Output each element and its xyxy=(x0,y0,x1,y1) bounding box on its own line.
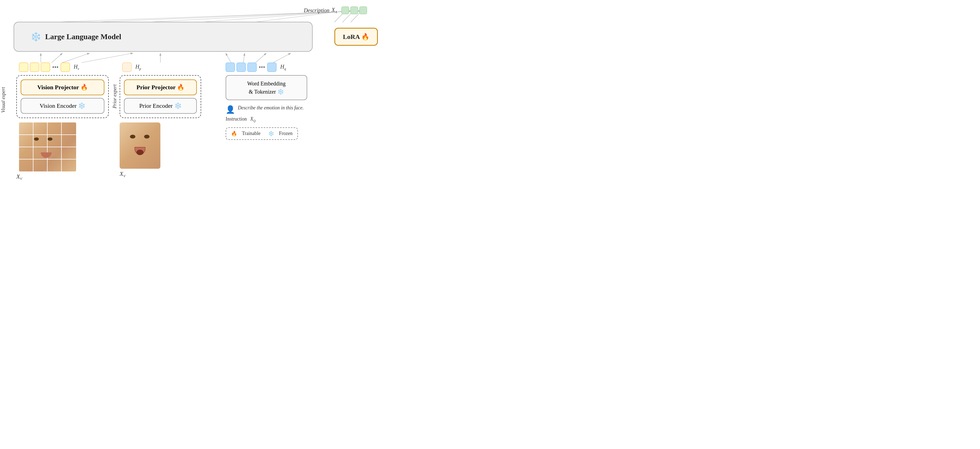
grid-lines-svg xyxy=(19,123,76,171)
instruction-text: Describe the emotion in this face. xyxy=(238,105,304,111)
instruction-row: 👤 Describe the emotion in this face. xyxy=(226,105,383,114)
lora-label: LoRA 🔥 xyxy=(343,33,369,40)
svg-line-6 xyxy=(226,53,231,62)
snowflake-icon-legend: ❄️ xyxy=(268,131,274,137)
description-tokens xyxy=(341,6,367,14)
llm-label: Large Language Model xyxy=(45,32,121,41)
lora-box: LoRA 🔥 xyxy=(334,28,378,46)
desc-token-2 xyxy=(350,6,358,14)
trainable-label: Trainable xyxy=(242,131,261,136)
instruction-label-area: Instruction XQ xyxy=(226,116,383,123)
s-mouth-inner xyxy=(137,150,143,155)
hq-token-row: ••• Hq xyxy=(226,62,383,72)
hv-token-4 xyxy=(60,62,70,72)
svg-line-7 xyxy=(243,53,245,62)
hv-label: Hv xyxy=(74,64,79,71)
description-area: Description XA xyxy=(304,6,367,14)
xv-label-visual: XV xyxy=(16,173,111,180)
svg-line-9 xyxy=(273,53,291,62)
visual-expert-dashed-box: Vision Projector 🔥 Vision Encoder ❄️ xyxy=(16,75,109,118)
vision-encoder-box: Vision Encoder ❄️ xyxy=(21,98,104,114)
visual-expert-label: Visual expert xyxy=(0,87,6,113)
hv-token-2 xyxy=(30,62,39,72)
prior-expert-label: Prior expert xyxy=(112,85,118,108)
s-eye-right xyxy=(144,135,150,139)
eye-right xyxy=(48,137,52,141)
diagram-container: Description XA ❄️ Large Language Model L… xyxy=(8,5,383,174)
prior-expert-dashed-box: Prior Projector 🔥 Prior Encoder ❄️ xyxy=(119,75,201,118)
svg-line-3 xyxy=(62,53,90,62)
description-label: Description xyxy=(304,7,329,14)
prior-image-area: XV xyxy=(119,123,212,178)
svg-line-2 xyxy=(52,53,62,62)
desc-token-1 xyxy=(341,6,349,14)
hv-token-3 xyxy=(41,62,50,72)
xv-label-prior: XV xyxy=(119,170,212,178)
frozen-label: Frozen xyxy=(279,131,293,136)
hq-token-3 xyxy=(247,62,257,72)
instruction-word: Instruction xyxy=(226,116,247,121)
xq-label: XQ xyxy=(250,116,256,121)
legend-box: 🔥 Trainable ❄️ Frozen xyxy=(226,127,298,140)
hv-token-row: ••• Hv xyxy=(16,62,111,72)
llm-box: ❄️ Large Language Model xyxy=(14,22,313,52)
hq-token-2 xyxy=(237,62,246,72)
bottom-sections: ••• Hv Vision Projector 🔥 Vision Encoder… xyxy=(8,62,383,180)
prior-projector-label: Prior Projector 🔥 xyxy=(137,84,184,91)
prior-expert-wrapper: Hp Prior Projector 🔥 Prior Encoder ❄️ Pr… xyxy=(119,62,212,180)
eye-left xyxy=(34,137,39,141)
user-icon: 👤 xyxy=(226,105,235,114)
svg-line-4 xyxy=(81,53,133,62)
hq-token-1 xyxy=(226,62,235,72)
hq-dots: ••• xyxy=(259,64,265,71)
hp-token-1 xyxy=(123,62,132,72)
hq-token-4 xyxy=(267,62,277,72)
hv-token-1 xyxy=(19,62,28,72)
llm-snowflake-icon: ❄️ xyxy=(30,32,41,42)
hv-dots: ••• xyxy=(52,64,59,71)
baby-face-grid xyxy=(19,123,76,171)
svg-line-8 xyxy=(256,53,266,62)
s-eye-left xyxy=(130,135,135,139)
vision-projector-box: Vision Projector 🔥 xyxy=(21,80,104,95)
baby-face-single xyxy=(119,123,161,169)
hq-label: Hq xyxy=(280,64,286,71)
word-embedding-label: Word Embedding& Tokenizer ❄️ xyxy=(231,80,302,96)
prior-projector-box: Prior Projector 🔥 xyxy=(124,80,197,95)
desc-token-3 xyxy=(360,6,367,14)
word-embedding-box: Word Embedding& Tokenizer ❄️ xyxy=(226,75,307,100)
prior-encoder-box: Prior Encoder ❄️ xyxy=(124,98,197,114)
prior-encoder-label: Prior Encoder ❄️ xyxy=(139,102,181,109)
hp-token-row: Hp xyxy=(119,62,212,72)
hp-label: Hp xyxy=(135,64,141,71)
image-grid-area xyxy=(19,123,111,171)
visual-expert-wrapper: ••• Hv Vision Projector 🔥 Vision Encoder… xyxy=(8,62,111,180)
description-var: XA xyxy=(332,7,337,14)
vision-encoder-label: Vision Encoder ❄️ xyxy=(40,102,86,109)
vision-projector-label: Vision Projector 🔥 xyxy=(37,84,88,91)
right-section: ••• Hq Word Embedding& Tokenizer ❄️ 👤 De… xyxy=(226,62,383,180)
fire-icon-legend: 🔥 xyxy=(231,131,237,137)
